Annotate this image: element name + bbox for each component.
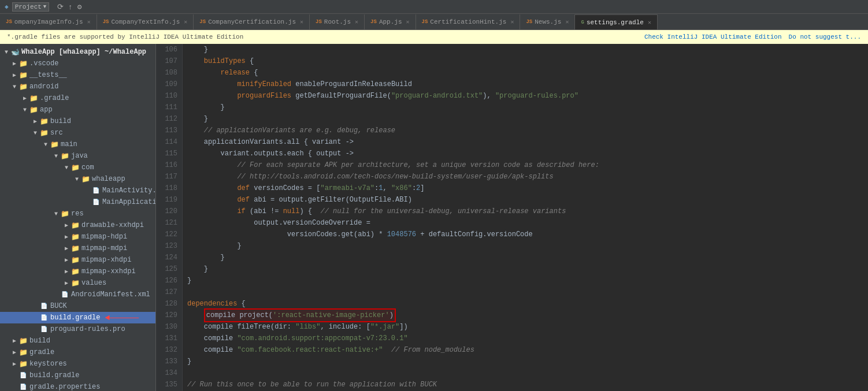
- tree-item-mainapplication[interactable]: 📄 MainApplication.java: [0, 196, 155, 208]
- line-num: 128: [159, 298, 177, 310]
- tree-item-proguard[interactable]: 📄 proguard-rules.pro: [0, 323, 155, 335]
- tree-item-label: build: [50, 117, 71, 125]
- tree-root-item[interactable]: ▼ 🐋 WhaleApp [whaleapp] ~/WhaleApp: [0, 46, 155, 58]
- tree-item-mipmap-mdpi[interactable]: ▶ 📁 mipmap-mdpi: [0, 243, 155, 254]
- line-num: 135: [159, 379, 177, 390]
- expand-arrow-icon: ▶: [10, 60, 18, 67]
- info-bar: *.gradle files are supported by IntelliJ…: [0, 30, 868, 44]
- code-line: }: [187, 252, 863, 263]
- line-numbers: 106 107 108 109 110 111 112 113 114 115 …: [156, 44, 183, 391]
- tree-item-label: AndroidManifest.xml: [71, 291, 150, 299]
- folder-icon: 📁: [18, 59, 28, 68]
- code-line: [187, 286, 863, 298]
- tab-news[interactable]: JS News.js ✕: [520, 14, 575, 29]
- tree-item-gradle-dir[interactable]: ▶ 📁 .gradle: [0, 92, 155, 104]
- tree-item-label: .vscode: [29, 59, 58, 68]
- info-bar-links: Check IntelliJ IDEA Ultimate Edition Do …: [644, 33, 861, 40]
- title-bar: ◆ Project ▼ ⟳ ↑ ⚙: [0, 0, 868, 14]
- text-file-icon: 📄: [39, 302, 49, 310]
- tree-item-androidmanifest[interactable]: 📄 AndroidManifest.xml: [0, 289, 155, 300]
- folder-icon: 📁: [71, 221, 80, 229]
- editor-area[interactable]: 106 107 108 109 110 111 112 113 114 115 …: [156, 44, 868, 391]
- code-line: // http://tools.android.com/tech-docs/ne…: [187, 171, 863, 183]
- close-icon[interactable]: ✕: [406, 18, 410, 25]
- tree-item-vscode[interactable]: ▶ 📁 .vscode: [0, 58, 155, 69]
- tab-app[interactable]: JS App.js ✕: [365, 14, 416, 29]
- expand-arrow-icon: ▼: [52, 153, 60, 159]
- close-icon[interactable]: ✕: [510, 18, 514, 25]
- line-num: 125: [159, 263, 177, 275]
- tab-label: Root.js: [324, 18, 351, 25]
- project-dropdown[interactable]: Project ▼: [12, 2, 50, 12]
- tree-item-mainactivity[interactable]: 📄 MainActivity.java: [0, 185, 155, 196]
- tree-item-build-root[interactable]: ▶ 📁 build: [0, 335, 155, 347]
- tab-companyimageinfo[interactable]: JS ompanyImageInfo.js ✕: [0, 14, 97, 29]
- folder-icon: 📁: [71, 163, 80, 172]
- expand-arrow-icon: ▼: [62, 165, 71, 171]
- tree-item-build-app[interactable]: ▶ 📁 build: [0, 116, 155, 127]
- sidebar[interactable]: ▼ 🐋 WhaleApp [whaleapp] ~/WhaleApp ▶ 📁 .…: [0, 44, 156, 391]
- folder-icon: 📁: [50, 140, 59, 148]
- check-intellij-link[interactable]: Check IntelliJ IDEA Ultimate Edition: [644, 33, 782, 40]
- tab-settings-gradle[interactable]: G settings.gradle ✕: [575, 14, 657, 29]
- close-icon[interactable]: ✕: [355, 18, 358, 25]
- line-num: 127: [159, 286, 177, 298]
- js-file-icon: JS: [103, 19, 109, 25]
- expand-arrow-icon: ▶: [31, 118, 39, 125]
- code-line: // For each separate APK per architectur…: [187, 159, 863, 171]
- line-num: 132: [159, 344, 177, 356]
- tree-item-label: whaleapp: [92, 175, 125, 183]
- do-not-suggest-link[interactable]: Do not suggest t...: [789, 33, 861, 40]
- line-num: 117: [159, 171, 177, 183]
- tree-item-label: build.gradle: [50, 314, 100, 322]
- tree-item-gradle-root[interactable]: ▶ 📁 gradle: [0, 347, 155, 358]
- tree-item-mipmap-xxhdpi[interactable]: ▶ 📁 mipmap-xxhdpi: [0, 266, 155, 277]
- code-line: applicationVariants.all { variant ->: [187, 136, 863, 148]
- tree-item-app[interactable]: ▼ 📁 app: [0, 104, 155, 116]
- code-line: }: [187, 240, 863, 252]
- tree-item-buck[interactable]: 📄 BUCK: [0, 300, 155, 312]
- line-num: 131: [159, 333, 177, 344]
- tree-item-android[interactable]: ▼ 📁 android: [0, 81, 155, 92]
- close-icon[interactable]: ✕: [87, 18, 91, 25]
- tab-companytextinfo[interactable]: JS CompanyTextInfo.js ✕: [97, 14, 194, 29]
- tree-item-src[interactable]: ▼ 📁 src: [0, 127, 155, 139]
- tree-item-com[interactable]: ▼ 📁 com: [0, 162, 155, 173]
- tab-root[interactable]: JS Root.js ✕: [310, 14, 365, 29]
- tree-item-label: __tests__: [29, 71, 67, 79]
- tree-item-mipmap-hdpi[interactable]: ▶ 📁 mipmap-hdpi: [0, 231, 155, 243]
- tree-item-mipmap-xhdpi[interactable]: ▶ 📁 mipmap-xhdpi: [0, 254, 155, 266]
- code-line: def versionCodes = ["armeabi-v7a":1, "x8…: [187, 183, 863, 194]
- tree-item-label: BUCK: [50, 302, 67, 310]
- line-num: 112: [159, 113, 177, 125]
- code-line: }: [187, 275, 863, 286]
- tree-item-values[interactable]: ▶ 📁 values: [0, 277, 155, 289]
- tree-item-label: mipmap-hdpi: [81, 233, 127, 241]
- folder-icon: 📁: [39, 117, 49, 125]
- expand-arrow-icon: ▼: [52, 211, 60, 217]
- tree-item-keystores[interactable]: ▶ 📁 keystores: [0, 358, 155, 370]
- line-num: 109: [159, 79, 177, 90]
- tab-label: App.js: [379, 18, 402, 25]
- tree-item-build-gradle-root[interactable]: 📄 build.gradle: [0, 370, 155, 381]
- expand-arrow-icon: ▼: [73, 176, 81, 183]
- close-icon[interactable]: ✕: [565, 18, 569, 25]
- close-icon[interactable]: ✕: [300, 18, 303, 25]
- tab-companycertification[interactable]: JS CompanyCertification.js ✕: [194, 14, 310, 29]
- folder-icon: 📁: [71, 256, 80, 264]
- tree-item-build-gradle[interactable]: 📄 build.gradle ◄——————: [0, 312, 155, 323]
- tree-item-whaleapp[interactable]: ▼ 📁 whaleapp: [0, 173, 155, 185]
- close-icon[interactable]: ✕: [648, 19, 651, 26]
- close-icon[interactable]: ✕: [184, 18, 187, 25]
- code-line: // applicationVariants are e.g. debug, r…: [187, 125, 863, 136]
- tree-item-tests[interactable]: ▶ 📁 __tests__: [0, 69, 155, 81]
- line-num: 130: [159, 321, 177, 333]
- tree-item-main[interactable]: ▼ 📁 main: [0, 139, 155, 150]
- code-lines: } buildTypes { release { minifyEnabled e…: [183, 44, 868, 391]
- tree-item-gradle-properties[interactable]: 📄 gradle.properties: [0, 381, 155, 391]
- tab-certificationhint[interactable]: JS CertificationHint.js ✕: [416, 14, 521, 29]
- tree-item-res[interactable]: ▼ 📁 res: [0, 208, 155, 219]
- tree-item-java[interactable]: ▼ 📁 java: [0, 150, 155, 162]
- code-line: }: [187, 44, 863, 55]
- tree-item-drawable[interactable]: ▶ 📁 drawable-xxhdpi: [0, 219, 155, 231]
